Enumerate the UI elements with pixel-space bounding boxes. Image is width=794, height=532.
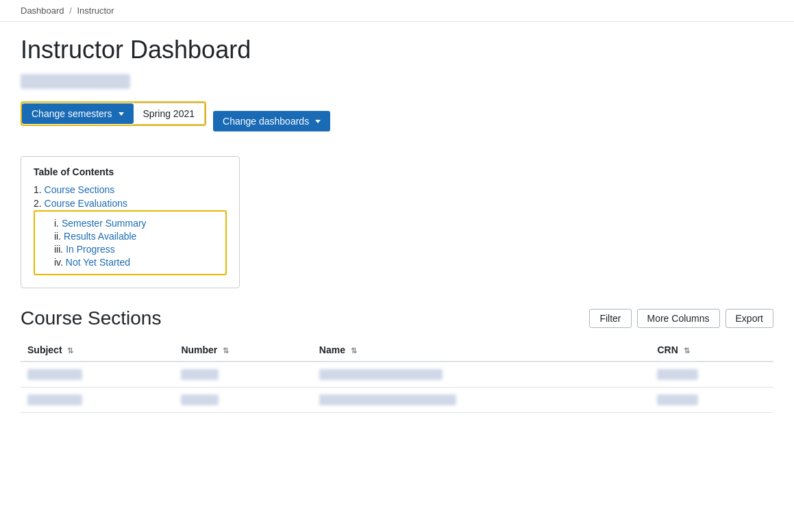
toc-link-course-sections[interactable]: Course Sections <box>45 184 115 195</box>
caret-down-icon <box>119 112 124 116</box>
toc-sub-list: i. Semester Summary ii. Results Availabl… <box>42 218 219 268</box>
table-header-row: Subject ⇅ Number ⇅ Name ⇅ CRN ⇅ <box>21 339 773 362</box>
toc-item-1-number: 1. <box>34 184 42 195</box>
change-dashboards-button[interactable]: Change dashboards <box>213 111 330 131</box>
toc-sub-iii-number: iii. <box>54 244 63 255</box>
blurred-crn-1 <box>657 369 698 380</box>
table-row <box>21 388 773 413</box>
instructor-name-blurred <box>21 74 130 89</box>
breadcrumb: Dashboard / Instructor <box>0 0 794 22</box>
sort-subject-icon: ⇅ <box>67 346 73 355</box>
toc-sub-item-ii: ii. Results Available <box>54 231 219 242</box>
toc-sub-iv-number: iv. <box>54 257 63 268</box>
export-button[interactable]: Export <box>725 309 773 328</box>
page-title: Instructor Dashboard <box>21 36 773 64</box>
cell-crn-2 <box>650 388 773 413</box>
toc-link-not-yet-started[interactable]: Not Yet Started <box>66 257 130 268</box>
course-sections-header: Course Sections Filter More Columns Expo… <box>21 307 773 329</box>
blurred-number-1 <box>181 369 219 380</box>
breadcrumb-dashboard[interactable]: Dashboard <box>21 5 64 16</box>
semester-controls-group: Change semesters Spring 2021 <box>21 101 206 126</box>
col-name[interactable]: Name ⇅ <box>312 339 651 362</box>
toc-link-course-evaluations[interactable]: Course Evaluations <box>45 198 127 209</box>
course-sections-table: Subject ⇅ Number ⇅ Name ⇅ CRN ⇅ <box>21 339 773 413</box>
change-semesters-button[interactable]: Change semesters <box>22 103 134 124</box>
table-header: Subject ⇅ Number ⇅ Name ⇅ CRN ⇅ <box>21 339 773 362</box>
section-actions: Filter More Columns Export <box>589 309 773 328</box>
toc-link-results-available[interactable]: Results Available <box>64 231 136 242</box>
blurred-subject-1 <box>27 369 82 380</box>
toc-item-2-number: 2. <box>34 198 42 209</box>
sort-name-icon: ⇅ <box>351 346 357 355</box>
toc-list: 1. Course Sections 2. Course Evaluations… <box>34 184 227 275</box>
cell-number-1 <box>174 362 312 388</box>
toc-sub-i-number: i. <box>54 218 59 229</box>
cell-subject-1 <box>21 362 174 388</box>
sort-crn-icon: ⇅ <box>684 346 690 355</box>
breadcrumb-separator: / <box>69 5 72 16</box>
col-crn-label: CRN <box>657 344 678 355</box>
cell-number-2 <box>174 388 312 413</box>
change-semesters-label: Change semesters <box>32 108 112 119</box>
col-subject[interactable]: Subject ⇅ <box>21 339 174 362</box>
more-columns-button[interactable]: More Columns <box>637 309 720 328</box>
breadcrumb-instructor[interactable]: Instructor <box>77 5 114 16</box>
toc-item-2: 2. Course Evaluations i. Semester Summar… <box>34 198 227 275</box>
col-number-label: Number <box>181 344 217 355</box>
blurred-number-2 <box>181 394 219 405</box>
toc-link-semester-summary[interactable]: Semester Summary <box>62 218 147 229</box>
toc-title: Table of Contents <box>34 166 227 177</box>
cell-subject-2 <box>21 388 174 413</box>
table-body <box>21 362 773 413</box>
cell-crn-1 <box>650 362 773 388</box>
sort-number-icon: ⇅ <box>223 346 229 355</box>
toc-sub-ii-number: ii. <box>54 231 61 242</box>
table-row <box>21 362 773 388</box>
blurred-name-1 <box>319 369 443 380</box>
toc-evaluations-sublist-box: i. Semester Summary ii. Results Availabl… <box>34 210 227 275</box>
filter-button[interactable]: Filter <box>589 309 631 328</box>
col-number[interactable]: Number ⇅ <box>174 339 312 362</box>
cell-name-2 <box>312 388 651 413</box>
col-name-label: Name <box>319 344 345 355</box>
toc-sub-item-iii: iii. In Progress <box>54 244 219 255</box>
col-subject-label: Subject <box>27 344 62 355</box>
toc-sub-item-i: i. Semester Summary <box>54 218 219 229</box>
col-crn[interactable]: CRN ⇅ <box>650 339 773 362</box>
cell-name-1 <box>312 362 651 388</box>
blurred-name-2 <box>319 394 456 405</box>
toc-link-in-progress[interactable]: In Progress <box>66 244 115 255</box>
caret-down-icon-2 <box>315 120 321 123</box>
course-sections-title: Course Sections <box>21 307 161 329</box>
blurred-crn-2 <box>657 394 698 405</box>
toc-sub-item-iv: iv. Not Yet Started <box>54 257 219 268</box>
semester-value: Spring 2021 <box>134 103 206 125</box>
blurred-subject-2 <box>27 394 82 405</box>
toc-item-1: 1. Course Sections <box>34 184 227 195</box>
table-of-contents: Table of Contents 1. Course Sections 2. … <box>21 156 240 288</box>
change-dashboards-label: Change dashboards <box>223 116 309 127</box>
